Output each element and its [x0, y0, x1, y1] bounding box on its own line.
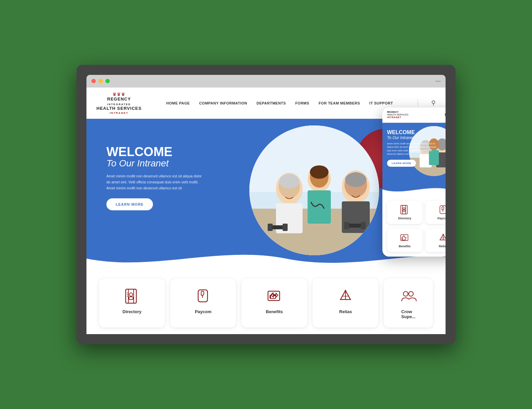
- mobile-menu-label: MENU: [445, 113, 446, 117]
- browser-dot-red: [91, 79, 96, 83]
- svg-point-58: [443, 234, 444, 235]
- nav-divider: [418, 100, 418, 106]
- hero-body: Amet minim mollit non deserunt ullamco e…: [106, 173, 206, 191]
- quick-card-benefits[interactable]: Benefits: [241, 279, 307, 327]
- nav-it-support[interactable]: IT SUPPORT: [369, 101, 393, 105]
- svg-rect-17: [283, 224, 288, 231]
- logo-tagline: INTRANET: [110, 111, 128, 114]
- logo[interactable]: ♛♛♛ REGENCYINTEGRATEDHEALTH SERVICES INT…: [96, 92, 142, 115]
- benefits-icon: [265, 287, 284, 305]
- quick-card-relias[interactable]: Relias: [313, 279, 378, 327]
- quick-cards-section: Directory Paycom: [86, 269, 446, 334]
- svg-point-6: [310, 165, 329, 179]
- mobile-learn-more-button[interactable]: LEARN MORE: [387, 160, 416, 167]
- mobile-relias-icon: [438, 233, 446, 243]
- quick-card-crowd[interactable]: CrowSupe...: [384, 279, 433, 327]
- mobile-card-paycom[interactable]: Paycom: [426, 201, 446, 224]
- directory-label: Directory: [123, 309, 142, 314]
- nav-departments[interactable]: DEPARTMENTS: [256, 101, 286, 105]
- mobile-menu-button[interactable]: MENU: [445, 113, 446, 117]
- mobile-paycom-label: Paycom: [438, 217, 446, 220]
- svg-point-34: [345, 290, 346, 291]
- search-icon[interactable]: ⚲: [431, 99, 436, 106]
- svg-rect-19: [344, 222, 349, 229]
- browser-dot-yellow: [98, 79, 103, 83]
- mobile-hero-body: Amet minim mollit non deserunt ullamco e…: [387, 142, 437, 156]
- mobile-hero: WELCOME To Our Intranet Amet minim molli…: [382, 123, 446, 196]
- svg-point-9: [279, 174, 299, 189]
- svg-rect-24: [129, 297, 133, 300]
- crowd-icon: [399, 287, 418, 305]
- logo-company-name: REGENCYINTEGRATEDHEALTH SERVICES: [96, 97, 142, 111]
- mobile-directory-icon: [400, 205, 410, 215]
- mobile-card-benefits[interactable]: Benefits: [387, 229, 422, 252]
- mobile-hero-subtitle: To Our Intranet: [387, 135, 437, 140]
- hero-title: WELCOME: [106, 145, 206, 158]
- relias-icon: [336, 287, 355, 305]
- svg-rect-4: [308, 190, 331, 224]
- mobile-directory-label: Directory: [398, 217, 411, 220]
- nav-forms[interactable]: FORMS: [295, 101, 309, 105]
- svg-rect-16: [268, 224, 273, 231]
- mobile-cards-row2: Benefits Relias: [382, 229, 446, 257]
- svg-point-50: [403, 208, 405, 210]
- mobile-hero-title: WELCOME: [387, 129, 437, 135]
- relias-label: Relias: [339, 309, 352, 314]
- svg-rect-51: [403, 210, 405, 212]
- mobile-device-overlay: REGENCYHEALTH SERVICESINTRANET MENU: [382, 107, 446, 257]
- svg-point-23: [129, 293, 133, 296]
- hero-image-circle: [249, 125, 379, 255]
- mobile-card-relias[interactable]: Relias: [426, 229, 446, 252]
- nav-home[interactable]: HOME PAGE: [166, 101, 190, 105]
- browser-minimize[interactable]: —: [435, 78, 441, 84]
- nav-team-members[interactable]: FOR TEAM MEMBERS: [319, 101, 360, 105]
- mobile-benefits-label: Benefits: [399, 245, 411, 248]
- svg-point-13: [345, 172, 366, 187]
- directory-icon: [123, 287, 141, 305]
- logo-crown-icon: ♛♛♛: [112, 92, 125, 97]
- svg-point-36: [409, 292, 413, 296]
- healthcare-scene: [249, 125, 379, 255]
- mobile-navbar: REGENCYHEALTH SERVICESINTRANET MENU: [382, 107, 446, 123]
- hero-learn-more-button[interactable]: LEARN MORE: [106, 198, 153, 210]
- hero-subtitle: To Our Intranet: [106, 158, 206, 169]
- quick-card-directory[interactable]: Directory: [99, 279, 165, 327]
- mobile-paycom-icon: [438, 205, 446, 215]
- browser-dot-green: [105, 79, 110, 83]
- nav-company-info[interactable]: COMPANY INFORMATION: [199, 101, 247, 105]
- svg-point-35: [403, 292, 408, 296]
- nav-links: HOME PAGE COMPANY INFORMATION DEPARTMENT…: [152, 100, 408, 106]
- browser-content: ♛♛♛ REGENCYINTEGRATEDHEALTH SERVICES INT…: [86, 88, 446, 334]
- svg-rect-20: [361, 222, 366, 229]
- paycom-icon: [194, 287, 212, 305]
- mobile-benefits-icon: [400, 233, 410, 243]
- hero-content: WELCOME To Our Intranet Amet minim molli…: [106, 145, 206, 210]
- benefits-label: Benefits: [266, 309, 283, 314]
- mobile-relias-label: Relias: [439, 245, 446, 248]
- paycom-label: Paycom: [195, 309, 211, 314]
- crowd-label: CrowSupe...: [401, 309, 416, 319]
- mobile-logo: REGENCYHEALTH SERVICESINTRANET: [387, 111, 408, 119]
- mobile-hero-content: WELCOME To Our Intranet Amet minim molli…: [387, 129, 437, 167]
- quick-card-paycom[interactable]: Paycom: [170, 279, 236, 327]
- mobile-card-directory[interactable]: Directory: [387, 201, 422, 224]
- mobile-cards: Directory Paycom: [382, 196, 446, 229]
